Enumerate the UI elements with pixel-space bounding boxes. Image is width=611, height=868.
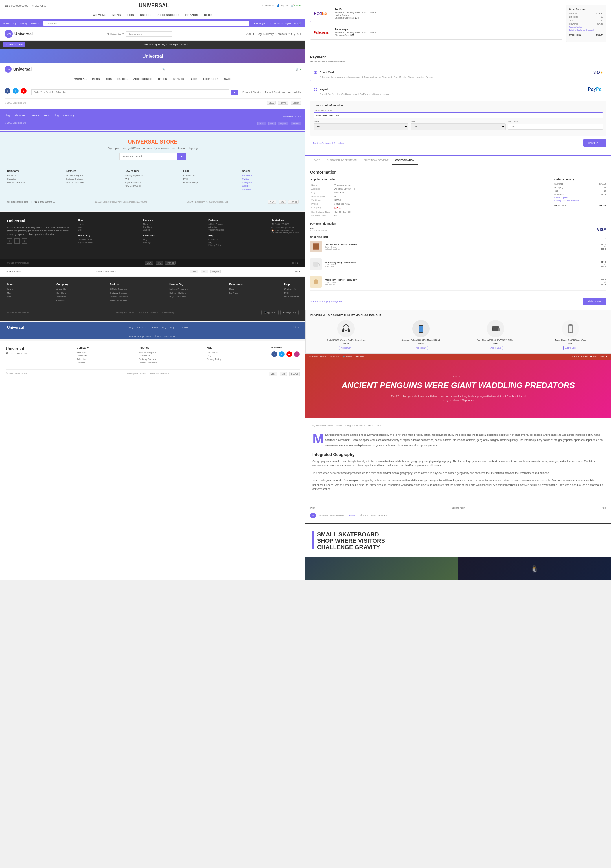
nav-guides[interactable]: GUIDES <box>140 14 152 17</box>
list-item[interactable]: About Us <box>56 288 68 290</box>
card-number-input[interactable] <box>313 112 603 118</box>
list-item[interactable]: My Page <box>229 291 242 294</box>
social-i-icon[interactable]: i <box>300 33 301 36</box>
twitter-button[interactable]: t <box>13 88 19 94</box>
tab-customer-info[interactable]: CUSTOMER INFORMATION <box>323 156 360 165</box>
df2-terms[interactable]: Terms & Conditions <box>138 311 158 314</box>
pf-fb-icon[interactable]: f <box>295 115 296 118</box>
store-currency[interactable]: USD ▾ <box>187 200 193 203</box>
nav-blog[interactable]: BLOG <box>204 14 212 17</box>
nav2-guides[interactable]: GUIDES <box>118 78 127 81</box>
terms-link[interactable]: Terms & Conditions <box>265 91 285 93</box>
list-item[interactable]: Affiliate Program <box>139 351 157 353</box>
list-item[interactable]: Buyer Protection <box>169 295 188 298</box>
list-item[interactable]: Affiliate Program <box>110 288 128 290</box>
blog-link[interactable]: Blog <box>12 22 17 25</box>
facebook-button[interactable]: f <box>5 88 11 94</box>
back-shipping-link[interactable]: ← Back to Shipping & Payment <box>310 300 343 303</box>
delivery-link[interactable]: Delivery <box>19 22 27 25</box>
list-item[interactable]: Vendor Database <box>139 361 157 364</box>
list-item[interactable]: Blog <box>143 239 206 240</box>
pf-ig-icon[interactable]: i <box>300 115 301 118</box>
share-link[interactable]: ↗ Share <box>330 355 339 358</box>
year-select[interactable]: 21 <box>411 123 506 130</box>
list-item[interactable]: FAQ <box>284 291 299 294</box>
nav2-lookbook[interactable]: LOOKBOOK <box>203 78 219 81</box>
list-item[interactable]: Facebook <box>242 174 299 177</box>
nav2-sale[interactable]: SALE <box>224 78 231 81</box>
pf-company[interactable]: Company <box>64 114 74 117</box>
tab-conformation[interactable]: CONFORMATION <box>392 156 418 165</box>
list-item[interactable]: Vendor Database <box>110 295 128 298</box>
list-item[interactable]: Contact Us <box>183 174 240 177</box>
nav2-kids[interactable]: KIDS <box>105 78 112 81</box>
list-item[interactable]: Careers <box>56 299 68 302</box>
list-item[interactable]: Affiliate Program <box>66 174 122 177</box>
store-subscribe-button[interactable]: ▶ <box>177 153 186 160</box>
credit-card-radio[interactable] <box>314 71 317 74</box>
last-ig-btn[interactable]: i <box>294 351 300 357</box>
list-item[interactable]: Contact Us <box>139 355 157 357</box>
list-item[interactable]: Privacy Policy <box>207 358 221 361</box>
list-item[interactable]: Delivery Options <box>66 178 122 180</box>
all-categories-dropdown[interactable]: All Categories ▼ <box>254 22 271 25</box>
list-item[interactable]: Contact Us <box>284 288 299 290</box>
nav-mens[interactable]: MENS <box>112 14 121 17</box>
list-item[interactable]: Google + <box>242 184 299 187</box>
list-item[interactable]: FAQ <box>124 178 181 180</box>
samsung-add-to-cart[interactable]: Add to Cart <box>414 346 428 350</box>
sony-add-to-cart[interactable]: Add to Cart <box>488 346 503 350</box>
youtube-button[interactable]: ▶ <box>21 88 26 94</box>
list-item[interactable]: My Page <box>143 241 206 243</box>
list-item[interactable]: Vendor Database <box>7 181 64 184</box>
list-item[interactable]: About Us <box>7 174 64 177</box>
list-item[interactable]: Buyer Protection <box>110 299 128 302</box>
pf-blog2[interactable]: Blog <box>54 114 59 117</box>
back-to-main-link[interactable]: ← Back to main <box>571 355 587 358</box>
nav2-mens[interactable]: MENS <box>92 78 99 81</box>
blf-careers[interactable]: Careers <box>150 326 158 329</box>
wishlist-link[interactable]: ♡ Wish List <box>262 4 274 7</box>
second-prev-link[interactable]: Prev <box>310 507 315 509</box>
list-item[interactable]: Men <box>7 291 15 294</box>
list-item[interactable]: Privacy Policy <box>183 181 240 184</box>
blf-about[interactable]: About Us <box>137 326 147 329</box>
dark-fb-icon[interactable]: f <box>7 239 12 243</box>
nav2-blog[interactable]: BLOG <box>190 78 197 81</box>
store-language[interactable]: English ▾ <box>195 200 204 203</box>
social-blog[interactable]: Blog <box>256 33 262 36</box>
list-item[interactable]: Privacy Policy <box>284 295 299 298</box>
list-item[interactable]: Kids <box>7 295 15 298</box>
list-item[interactable]: Leather <box>7 288 15 290</box>
last-yt-btn[interactable]: ▶ <box>287 351 292 357</box>
month-select[interactable]: 05 <box>313 123 408 130</box>
nav-womens[interactable]: WOMENS <box>93 14 107 17</box>
contacts-link[interactable]: Contacts <box>29 22 39 25</box>
last-tw-btn[interactable]: t <box>279 351 285 357</box>
logo-bar-search[interactable] <box>126 31 172 37</box>
list-item[interactable]: Delivery Options <box>110 291 128 294</box>
finish-order-button[interactable]: Finish Order <box>583 298 606 305</box>
scroll-top-link[interactable]: Top ▲ <box>292 262 299 264</box>
header-cart-links[interactable]: Wish List | Sign In | Cart 🛒 <box>274 22 302 25</box>
privacy-link[interactable]: Privacy & Cookies <box>242 91 261 93</box>
second-back-link[interactable]: Back to main <box>451 507 465 509</box>
search-icon[interactable]: 🔍 <box>162 68 165 71</box>
search-input[interactable] <box>43 21 250 26</box>
list-item[interactable]: Advertise <box>208 226 271 228</box>
list-item[interactable]: Delivery Options <box>169 291 188 294</box>
sign-in-link[interactable]: 👤 Sign In <box>277 4 288 7</box>
nav-kids[interactable]: KIDS <box>127 14 134 17</box>
tweet-link[interactable]: 🐦 Tweet <box>342 355 352 358</box>
list-item[interactable]: About Us <box>77 351 88 353</box>
list-item[interactable]: Advertise <box>56 295 68 298</box>
dark-ig-icon[interactable]: i <box>14 239 20 243</box>
list-item[interactable]: Contact Us <box>207 351 221 353</box>
list-item[interactable]: Advertise <box>77 358 88 361</box>
list-item[interactable]: Privacy Policy <box>208 244 271 246</box>
list-item[interactable]: Buyer Protection <box>78 241 141 243</box>
list-item[interactable]: Affiliate Program <box>208 223 271 225</box>
paypal-radio[interactable] <box>314 88 317 91</box>
nav2-accessories[interactable]: ACCESSORIES <box>133 78 152 81</box>
df2-access[interactable]: Accessibility <box>161 311 174 314</box>
